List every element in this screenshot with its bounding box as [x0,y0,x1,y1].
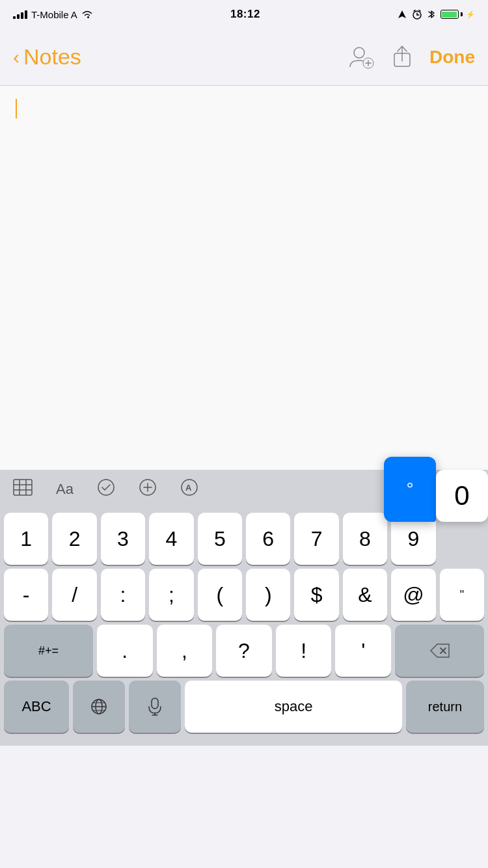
abc-key[interactable]: ABC [4,681,69,733]
keyboard: 1 2 3 4 5 6 7 8 9 - / : ; ( ) $ & @ " #+… [0,509,488,746]
key-5[interactable]: 5 [198,513,242,565]
zero-key-display[interactable]: 0 [436,470,488,522]
key-dash[interactable]: - [4,569,48,621]
plus-circle-icon [139,478,157,496]
key-period[interactable]: . [97,625,153,677]
back-button[interactable]: ‹ Notes [13,44,81,70]
return-key[interactable]: return [406,681,484,733]
globe-icon [90,698,107,715]
key-ampersand[interactable]: & [343,569,387,621]
space-label: space [275,698,313,715]
mic-icon [148,698,162,716]
svg-line-5 [419,10,420,12]
zero-label: 0 [454,480,469,511]
svg-rect-30 [152,698,158,709]
key-7[interactable]: 7 [294,513,338,565]
bar1 [13,16,16,19]
svg-rect-12 [14,480,32,495]
key-8[interactable]: 8 [343,513,387,565]
key-open-paren[interactable]: ( [198,569,242,621]
status-bar: T-Mobile A 18:12 [0,0,488,29]
key-4[interactable]: 4 [149,513,193,565]
markup-button[interactable]: A [180,478,198,500]
key-exclaim[interactable]: ! [276,625,332,677]
done-button[interactable]: Done [429,47,475,68]
alarm-icon [412,9,422,20]
mic-key[interactable] [129,681,181,733]
check-circle-icon [97,478,115,496]
degree-key[interactable]: ° [384,457,436,522]
key-1[interactable]: 1 [4,513,48,565]
key-comma[interactable]: , [157,625,213,677]
abc-label: ABC [21,698,51,715]
svg-text:A: A [185,483,192,493]
add-contact-button[interactable] [345,41,375,74]
key-6[interactable]: 6 [246,513,290,565]
key-question[interactable]: ? [216,625,272,677]
time-label: 18:12 [230,8,260,21]
share-icon [390,43,414,69]
back-label: Notes [23,44,81,70]
svg-line-4 [414,10,415,12]
note-content-area[interactable] [0,86,488,470]
delete-key[interactable] [395,625,484,677]
wifi-icon [81,10,93,19]
add-contact-icon [345,41,375,71]
key-more-symbols[interactable]: #+= [4,625,93,677]
signal-bars [13,10,27,19]
key-quote[interactable]: " [440,569,484,621]
special-row: #+= . , ? ! ' [0,621,488,677]
key-apostrophe[interactable]: ' [335,625,391,677]
carrier-label: T-Mobile A [31,9,77,20]
chevron-left-icon: ‹ [13,47,20,67]
key-3[interactable]: 3 [101,513,145,565]
nav-bar: ‹ Notes Done [0,29,488,86]
table-button[interactable] [13,479,33,500]
bar3 [21,12,23,19]
svg-point-17 [98,480,114,495]
key-slash[interactable]: / [52,569,96,621]
share-button[interactable] [390,43,414,72]
nav-right-actions: Done [345,41,475,74]
checklist-button[interactable] [97,478,115,500]
key-dollar[interactable]: $ [294,569,338,621]
battery-indicator: ⚡ [441,10,475,19]
text-cursor [16,99,17,118]
font-button[interactable]: Aa [56,481,74,498]
location-icon [398,10,407,19]
degree-symbol: ° [406,479,413,500]
bottom-row: ABC space return [0,677,488,746]
bluetooth-icon [427,9,435,20]
zero-key-popup: ° 0 [384,457,488,522]
svg-marker-0 [398,10,406,18]
bar2 [17,14,20,19]
table-icon [13,479,33,496]
bar4 [25,10,27,19]
formatting-toolbar: Aa A ° 0 [0,470,488,509]
globe-key[interactable] [73,681,125,733]
key-semicolon[interactable]: ; [149,569,193,621]
svg-point-6 [354,47,364,58]
key-2[interactable]: 2 [52,513,96,565]
return-label: return [428,699,462,714]
status-right: ⚡ [398,9,475,20]
symbol-row: - / : ; ( ) $ & @ " [0,565,488,621]
key-colon[interactable]: : [101,569,145,621]
space-key[interactable]: space [185,681,402,733]
pen-circle-icon: A [180,478,198,496]
insert-button[interactable] [139,478,157,500]
status-left: T-Mobile A [13,9,93,20]
key-at[interactable]: @ [391,569,435,621]
delete-icon [430,644,450,658]
key-close-paren[interactable]: ) [246,569,290,621]
